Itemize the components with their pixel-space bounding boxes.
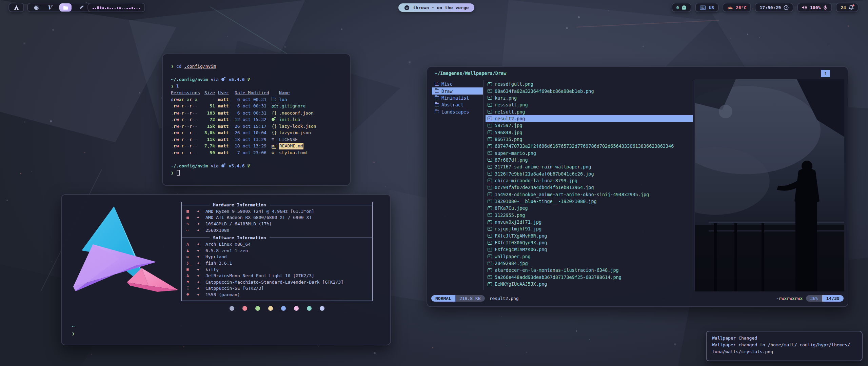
file-row[interactable]: 68747470733a2f2f696d616765732d7769786d70… xyxy=(486,143,693,149)
ls-filename: lazyvim.json xyxy=(279,129,311,136)
image-icon xyxy=(488,248,492,251)
fetch-value: Hyprland xyxy=(205,254,227,259)
fm-tab-badge[interactable]: 1 xyxy=(821,70,830,77)
file-row[interactable]: ressdfgult.png xyxy=(486,81,693,87)
workspace-firefox-icon[interactable] xyxy=(33,4,40,11)
file-name: 866715.png xyxy=(495,137,522,142)
mode-badge: NORMAL xyxy=(431,295,455,302)
file-row[interactable]: re1sult.png xyxy=(486,108,693,115)
file-row[interactable]: super-mario.png xyxy=(486,149,693,156)
file-row[interactable]: FXfcJlTXgAMvH6R.png xyxy=(486,232,693,239)
arrow-icon: ➜ xyxy=(197,209,205,214)
fetch-value: 868x366 xyxy=(205,228,229,233)
image-icon xyxy=(488,282,492,286)
software-section-header: Software Information xyxy=(181,235,373,241)
sidebar-item-minimalist[interactable]: Minimalist xyxy=(432,95,483,101)
file-name: 596848.jpg xyxy=(495,130,522,135)
arrow-icon: ➜ xyxy=(197,261,205,266)
file-row[interactable]: 87r687df.png xyxy=(486,157,693,163)
lua-icon xyxy=(272,118,275,121)
file-row[interactable]: 3126f7e9bbf21a8a4af0b67b041c6e26.jpg xyxy=(486,170,693,177)
file-row[interactable]: 3122955.png xyxy=(486,212,693,219)
weather-module[interactable]: 26°C xyxy=(723,3,751,12)
cava-bar xyxy=(119,7,121,9)
folder-icon xyxy=(435,89,439,93)
speaker-icon xyxy=(802,5,807,10)
cava-visualizer xyxy=(87,3,145,12)
file-row[interactable]: wallpaper.png xyxy=(486,253,693,260)
file-row[interactable]: 8FKa7Cu.jpeg xyxy=(486,205,693,211)
file-row[interactable]: atardecer-en-la-montanas-ilustracion-634… xyxy=(486,267,693,273)
file-row[interactable]: 587597.jpg xyxy=(486,122,693,129)
ls-size: - xyxy=(201,96,215,103)
volume-level: 100% xyxy=(810,5,821,10)
palette-dots xyxy=(181,306,373,311)
file-row[interactable]: resssult.png xyxy=(486,101,693,108)
file-name: resssult.png xyxy=(495,102,528,107)
starship-path: ~/.config/nvim xyxy=(171,163,208,169)
file-name: 154928-odinokoe_anime-art-anime-okno-sin… xyxy=(495,192,649,197)
ls-permissions: .rw-r--r-- xyxy=(171,149,201,156)
file-row[interactable]: chica-mirando-la-luna-8799.jpg xyxy=(486,177,693,184)
cava-bar xyxy=(93,8,94,9)
sidebar-item-misc[interactable]: Misc xyxy=(432,81,483,87)
arch-logo-icon xyxy=(14,5,19,11)
clock-module[interactable]: 17:50:29 xyxy=(755,3,793,12)
command-ls: l xyxy=(176,83,179,90)
fm-divider-right xyxy=(694,80,694,290)
updates-module[interactable]: 0 xyxy=(672,3,692,12)
arrow-icon: ➜ xyxy=(197,286,205,291)
file-name: atardecer-en-la-montanas-ilustracion-634… xyxy=(495,267,619,273)
file-row[interactable]: 154928-odinokoe_anime-art-anime-okno-sin… xyxy=(486,191,693,198)
ls-filename: init.lua xyxy=(279,116,300,123)
image-icon xyxy=(488,96,492,100)
workspace-files-active[interactable] xyxy=(59,3,72,12)
image-icon xyxy=(488,192,492,196)
workspace-vim-icon[interactable]: V xyxy=(46,4,53,11)
file-row[interactable]: FXfcII0X0AQyn9X.png xyxy=(486,239,693,246)
ls-date: 6 oct 00:31 xyxy=(235,96,269,103)
file-row[interactable]: FXfcHgcWIAMzs0G.png xyxy=(486,246,693,253)
notification-popup[interactable]: Wallpaper Changed Wallpaper changed to /… xyxy=(706,331,863,361)
file-row[interactable]: result2.png xyxy=(486,115,693,122)
file-row[interactable]: 0c794faf07de24a4db4d4fb1eb813964.jpg xyxy=(486,184,693,191)
sidebar-item-draw[interactable]: Draw xyxy=(432,87,483,94)
prompt-symbol: ❯ xyxy=(171,63,174,70)
prompt-symbol: ❯ xyxy=(171,83,174,90)
cava-bar xyxy=(102,7,104,9)
file-row[interactable]: 5a266e448add93deab367d87173e9f25-6837886… xyxy=(486,274,693,281)
keyboard-layout-module[interactable]: US xyxy=(695,3,719,12)
terminal-cursor[interactable] xyxy=(177,170,180,176)
file-row[interactable]: 20492984.jpg xyxy=(486,260,693,267)
icons-icon: ⠿ xyxy=(186,286,197,291)
audio-module[interactable]: 100% xyxy=(797,3,832,12)
file-row[interactable]: 596848.jpg xyxy=(486,129,693,136)
cava-bar xyxy=(126,8,128,9)
file-row[interactable]: 866715.png xyxy=(486,136,693,143)
file-manager-window: ~/Imagenes/Wallpapers/Draw 1 MiscDrawMin… xyxy=(427,66,848,307)
fetch-value: JetBrainsMono Nerd Font Light 10 [GTK2/3… xyxy=(205,273,314,278)
media-player-widget[interactable]: thrown - on the verge xyxy=(398,3,474,12)
file-row[interactable]: 08a634fa02a32364f69ebc86a98eb1eb.png xyxy=(486,87,693,94)
desktop: V thrown - on the verge 0 US xyxy=(0,0,868,366)
launcher-button[interactable] xyxy=(8,3,24,12)
file-row[interactable]: nnvuv0xj2df71.jpg xyxy=(486,219,693,225)
workspace-paint-icon[interactable] xyxy=(78,4,85,11)
file-row[interactable]: 19201080-__blue-tinge__-1920×1080.jpg xyxy=(486,198,693,205)
file-name: 8FKa7Cu.jpeg xyxy=(495,205,528,211)
ls-date: 12 oct 15:32 xyxy=(235,116,269,123)
file-name: 5a266e448add93deab367d87173e9f25-6837886… xyxy=(495,274,622,280)
file-row[interactable]: EeNKYgIUcAAJ5JX.png xyxy=(486,281,693,287)
file-row[interactable]: rsjqojlmjhf91.jpg xyxy=(486,225,693,232)
file-name: rsjqojlmjhf91.jpg xyxy=(495,226,541,231)
ls-user: matt xyxy=(218,103,232,109)
file-row[interactable]: kurz.png xyxy=(486,95,693,101)
notifications-module[interactable]: 24 xyxy=(836,3,859,12)
ls-user: matt xyxy=(218,136,232,143)
sidebar-item-landscapes[interactable]: Landscapes xyxy=(432,108,483,115)
image-icon xyxy=(488,172,492,176)
file-name: 87r687df.png xyxy=(495,157,528,163)
sidebar-item-abstract[interactable]: Abstract xyxy=(432,101,483,108)
file-name: 3126f7e9bbf21a8a4af0b67b041c6e26.jpg xyxy=(495,171,594,177)
file-row[interactable]: 217167-sad-anime-rain-wallpaper.png xyxy=(486,163,693,170)
